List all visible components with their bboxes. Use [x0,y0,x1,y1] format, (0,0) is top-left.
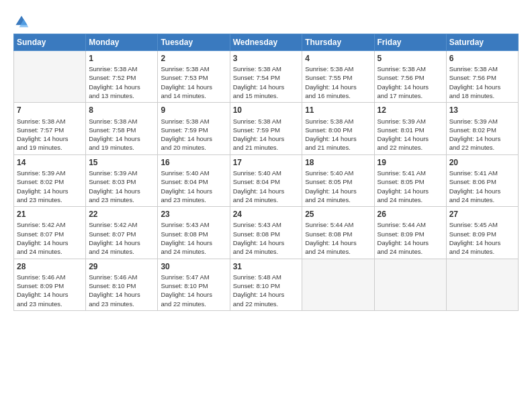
weekday-header-monday: Monday [86,34,158,51]
day-info: Sunrise: 5:40 AM Sunset: 8:04 PM Dayligh… [161,169,226,204]
day-number: 22 [89,209,154,220]
calendar-cell: 22Sunrise: 5:42 AM Sunset: 8:07 PM Dayli… [86,207,158,259]
day-number: 4 [305,53,371,64]
calendar-week-2: 7Sunrise: 5:38 AM Sunset: 7:57 PM Daylig… [14,103,519,154]
day-number: 31 [233,261,300,272]
day-number: 3 [233,53,300,64]
day-info: Sunrise: 5:38 AM Sunset: 7:56 PM Dayligh… [449,64,515,100]
day-number: 16 [161,157,226,168]
calendar-cell [446,259,518,310]
calendar-cell: 5Sunrise: 5:38 AM Sunset: 7:56 PM Daylig… [374,51,446,103]
day-number: 8 [89,105,154,116]
calendar-cell: 15Sunrise: 5:39 AM Sunset: 8:03 PM Dayli… [86,154,158,206]
day-info: Sunrise: 5:38 AM Sunset: 7:59 PM Dayligh… [161,117,226,152]
day-number: 23 [161,209,226,220]
day-info: Sunrise: 5:40 AM Sunset: 8:05 PM Dayligh… [305,169,371,204]
day-number: 28 [17,261,83,272]
day-number: 29 [89,261,154,272]
day-number: 9 [161,105,226,116]
day-number: 13 [449,105,515,116]
weekday-header-sunday: Sunday [14,34,86,51]
day-number: 20 [449,157,515,168]
day-number: 7 [17,105,83,116]
day-info: Sunrise: 5:39 AM Sunset: 8:03 PM Dayligh… [89,169,154,204]
calendar-cell: 30Sunrise: 5:47 AM Sunset: 8:10 PM Dayli… [158,259,230,310]
day-info: Sunrise: 5:43 AM Sunset: 8:08 PM Dayligh… [161,220,226,256]
day-number: 24 [233,209,300,220]
weekday-header-friday: Friday [374,34,446,51]
day-info: Sunrise: 5:38 AM Sunset: 7:54 PM Dayligh… [233,64,300,100]
header [13,11,519,30]
calendar-week-4: 21Sunrise: 5:42 AM Sunset: 8:07 PM Dayli… [14,207,519,259]
day-info: Sunrise: 5:46 AM Sunset: 8:09 PM Dayligh… [17,273,83,308]
calendar-cell: 1Sunrise: 5:38 AM Sunset: 7:52 PM Daylig… [86,51,158,103]
day-number: 14 [17,157,83,168]
calendar-cell [302,259,374,310]
calendar-cell: 21Sunrise: 5:42 AM Sunset: 8:07 PM Dayli… [14,207,86,259]
day-number: 15 [89,157,154,168]
day-number: 17 [233,157,300,168]
logo [13,13,31,30]
calendar-cell: 9Sunrise: 5:38 AM Sunset: 7:59 PM Daylig… [158,103,230,154]
weekday-header-thursday: Thursday [302,34,374,51]
day-number: 1 [89,53,154,64]
calendar-table: SundayMondayTuesdayWednesdayThursdayFrid… [13,34,519,311]
calendar-header-row: SundayMondayTuesdayWednesdayThursdayFrid… [14,34,519,51]
calendar-week-3: 14Sunrise: 5:39 AM Sunset: 8:02 PM Dayli… [14,154,519,206]
day-number: 12 [378,105,443,116]
day-number: 18 [305,157,371,168]
calendar-cell [374,259,446,310]
day-number: 19 [378,157,443,168]
calendar-cell: 7Sunrise: 5:38 AM Sunset: 7:57 PM Daylig… [14,103,86,154]
day-info: Sunrise: 5:46 AM Sunset: 8:10 PM Dayligh… [89,273,154,308]
day-info: Sunrise: 5:38 AM Sunset: 7:56 PM Dayligh… [378,64,443,100]
calendar-cell: 23Sunrise: 5:43 AM Sunset: 8:08 PM Dayli… [158,207,230,259]
calendar-cell [14,51,86,103]
day-info: Sunrise: 5:38 AM Sunset: 7:52 PM Dayligh… [89,64,154,100]
day-number: 5 [378,53,443,64]
calendar-cell: 3Sunrise: 5:38 AM Sunset: 7:54 PM Daylig… [230,51,302,103]
day-info: Sunrise: 5:41 AM Sunset: 8:05 PM Dayligh… [378,169,443,204]
calendar-cell: 29Sunrise: 5:46 AM Sunset: 8:10 PM Dayli… [86,259,158,310]
day-info: Sunrise: 5:39 AM Sunset: 8:01 PM Dayligh… [378,117,443,152]
calendar-cell: 27Sunrise: 5:45 AM Sunset: 8:09 PM Dayli… [446,207,518,259]
day-info: Sunrise: 5:44 AM Sunset: 8:08 PM Dayligh… [305,220,371,256]
weekday-header-tuesday: Tuesday [158,34,230,51]
day-info: Sunrise: 5:44 AM Sunset: 8:09 PM Dayligh… [378,220,443,256]
calendar-week-1: 1Sunrise: 5:38 AM Sunset: 7:52 PM Daylig… [14,51,519,103]
day-info: Sunrise: 5:38 AM Sunset: 7:57 PM Dayligh… [17,117,83,152]
calendar-cell: 26Sunrise: 5:44 AM Sunset: 8:09 PM Dayli… [374,207,446,259]
calendar-cell: 8Sunrise: 5:38 AM Sunset: 7:58 PM Daylig… [86,103,158,154]
day-number: 6 [449,53,515,64]
calendar-cell: 16Sunrise: 5:40 AM Sunset: 8:04 PM Dayli… [158,154,230,206]
weekday-header-saturday: Saturday [446,34,518,51]
calendar-week-5: 28Sunrise: 5:46 AM Sunset: 8:09 PM Dayli… [14,259,519,310]
day-number: 30 [161,261,226,272]
calendar-cell: 28Sunrise: 5:46 AM Sunset: 8:09 PM Dayli… [14,259,86,310]
calendar-cell: 19Sunrise: 5:41 AM Sunset: 8:05 PM Dayli… [374,154,446,206]
calendar-cell: 11Sunrise: 5:38 AM Sunset: 8:00 PM Dayli… [302,103,374,154]
page: SundayMondayTuesdayWednesdayThursdayFrid… [0,0,532,411]
day-info: Sunrise: 5:40 AM Sunset: 8:04 PM Dayligh… [233,169,300,204]
day-number: 25 [305,209,371,220]
calendar-cell: 24Sunrise: 5:43 AM Sunset: 8:08 PM Dayli… [230,207,302,259]
day-number: 21 [17,209,83,220]
day-info: Sunrise: 5:38 AM Sunset: 7:55 PM Dayligh… [305,64,371,100]
day-info: Sunrise: 5:39 AM Sunset: 8:02 PM Dayligh… [449,117,515,152]
calendar-cell: 2Sunrise: 5:38 AM Sunset: 7:53 PM Daylig… [158,51,230,103]
day-number: 10 [233,105,300,116]
calendar-cell: 17Sunrise: 5:40 AM Sunset: 8:04 PM Dayli… [230,154,302,206]
logo-icon [13,13,30,30]
day-info: Sunrise: 5:41 AM Sunset: 8:06 PM Dayligh… [449,169,515,204]
day-info: Sunrise: 5:42 AM Sunset: 8:07 PM Dayligh… [17,220,83,256]
calendar-cell: 31Sunrise: 5:48 AM Sunset: 8:10 PM Dayli… [230,259,302,310]
day-info: Sunrise: 5:43 AM Sunset: 8:08 PM Dayligh… [233,220,300,256]
calendar-cell: 14Sunrise: 5:39 AM Sunset: 8:02 PM Dayli… [14,154,86,206]
day-info: Sunrise: 5:48 AM Sunset: 8:10 PM Dayligh… [233,273,300,308]
calendar-cell: 6Sunrise: 5:38 AM Sunset: 7:56 PM Daylig… [446,51,518,103]
day-number: 26 [378,209,443,220]
calendar-cell: 20Sunrise: 5:41 AM Sunset: 8:06 PM Dayli… [446,154,518,206]
calendar-cell: 10Sunrise: 5:38 AM Sunset: 7:59 PM Dayli… [230,103,302,154]
day-info: Sunrise: 5:45 AM Sunset: 8:09 PM Dayligh… [449,220,515,256]
day-number: 2 [161,53,226,64]
